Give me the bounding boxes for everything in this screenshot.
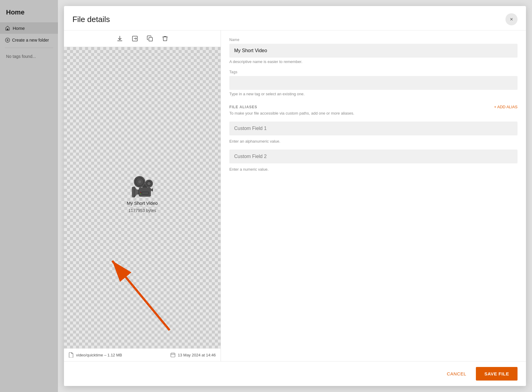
preview-file-info: video/quicktime – 1.12 MB 13 May 2024 at… xyxy=(64,348,221,361)
tags-field-hint: Type in a new tag or select an existing … xyxy=(229,92,518,96)
name-field-hint: A descriptive name is easier to remember… xyxy=(229,59,518,64)
dialog-title: File details xyxy=(72,15,110,24)
add-alias-button[interactable]: + ADD ALIAS xyxy=(494,105,518,109)
video-camera-icon: 🎥 xyxy=(130,175,155,198)
home-icon xyxy=(5,25,10,31)
preview-toolbar xyxy=(64,30,221,47)
create-folder-button[interactable]: Create a new folder xyxy=(0,34,58,46)
aliases-section-title: FILE ALIASES xyxy=(229,105,257,109)
dialog-header: File details × xyxy=(64,6,526,30)
delete-button[interactable] xyxy=(162,35,168,42)
custom-field-2-hint: Enter a numeric value. xyxy=(229,167,518,172)
file-date-label: 13 May 2024 at 14:46 xyxy=(178,353,216,357)
tags-field-group: Tags Type in a new tag or select an exis… xyxy=(229,70,518,96)
aliases-section-header: FILE ALIASES + ADD ALIAS xyxy=(229,105,518,109)
close-button[interactable]: × xyxy=(505,13,518,25)
aliases-hint: To make your file accessible via custom … xyxy=(229,111,518,115)
details-panel: Name A descriptive name is easier to rem… xyxy=(221,30,526,361)
trash-icon xyxy=(162,35,168,42)
sidebar-item-home[interactable]: Home xyxy=(0,22,58,34)
tags-field-label: Tags xyxy=(229,70,518,74)
main-area: File details × xyxy=(58,0,532,392)
plus-circle-icon xyxy=(5,37,10,43)
download-button[interactable] xyxy=(116,35,123,42)
preview-panel: 🎥 My Short Video 1177953 bytes xyxy=(64,30,221,361)
dialog-overlay: File details × xyxy=(58,0,532,392)
file-type-info: video/quicktime – 1.12 MB xyxy=(69,352,122,358)
no-tags-label: No tags found... xyxy=(0,49,58,64)
create-folder-label: Create a new folder xyxy=(12,38,49,43)
video-thumbnail: 🎥 My Short Video 1177953 bytes xyxy=(127,175,158,213)
svg-rect-0 xyxy=(7,29,8,30)
export-icon xyxy=(132,35,138,42)
svg-rect-6 xyxy=(171,353,175,357)
export-button[interactable] xyxy=(132,35,138,42)
custom-field-1-hint: Enter an alphanumeric value. xyxy=(229,139,518,144)
download-icon xyxy=(116,35,123,42)
name-field-label: Name xyxy=(229,38,518,42)
save-button[interactable]: SAVE FILE xyxy=(476,367,518,381)
custom-field-1-group: Enter an alphanumeric value. xyxy=(229,122,518,144)
custom-field-1-input[interactable] xyxy=(229,122,518,135)
file-icon xyxy=(69,352,74,358)
sidebar: Home Home Create a new folder No tags fo… xyxy=(0,0,58,392)
video-file-size: 1177953 bytes xyxy=(129,208,156,213)
sidebar-divider xyxy=(5,48,53,48)
svg-rect-3 xyxy=(149,37,152,41)
name-input[interactable] xyxy=(229,44,518,58)
file-details-dialog: File details × xyxy=(64,6,526,386)
copy-button[interactable] xyxy=(147,35,153,42)
copy-icon xyxy=(147,35,153,42)
file-date-info: 13 May 2024 at 14:46 xyxy=(170,352,216,357)
file-type-label: video/quicktime – 1.12 MB xyxy=(76,353,122,357)
video-file-name: My Short Video xyxy=(127,200,158,205)
tags-input[interactable] xyxy=(229,76,518,90)
preview-content: 🎥 My Short Video 1177953 bytes xyxy=(64,47,221,348)
calendar-icon xyxy=(170,352,175,357)
sidebar-title: Home xyxy=(0,0,58,22)
dialog-footer: CANCEL SAVE FILE xyxy=(64,361,526,386)
name-field-group: Name A descriptive name is easier to rem… xyxy=(229,38,518,64)
cancel-button[interactable]: CANCEL xyxy=(442,368,471,379)
home-label: Home xyxy=(13,26,25,31)
dialog-body: 🎥 My Short Video 1177953 bytes xyxy=(64,30,526,361)
close-icon: × xyxy=(510,16,513,23)
custom-field-2-input[interactable] xyxy=(229,150,518,163)
custom-field-2-group: Enter a numeric value. xyxy=(229,150,518,172)
